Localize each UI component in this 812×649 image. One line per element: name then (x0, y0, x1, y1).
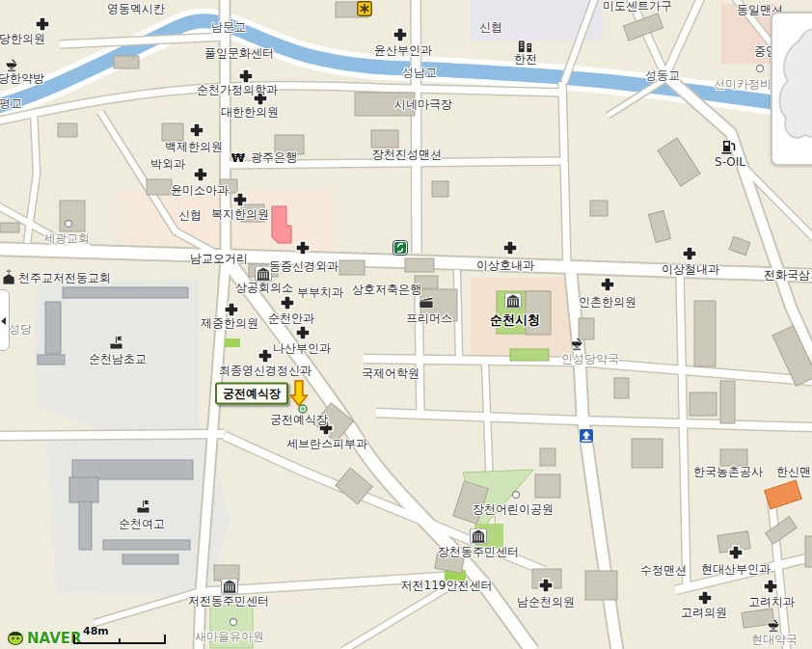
map-label: 성당 (9, 321, 32, 338)
overview-minimap[interactable] (771, 12, 812, 166)
map-label: 시네마극장 (394, 96, 452, 113)
map-label: 선미카정비 (714, 76, 771, 93)
map-label: 현대약국 (751, 632, 798, 648)
map-label: 현대산부인과 (701, 561, 771, 578)
map-labels-layer: 영동멕시칸남문교초당한의원초당한약방평교풀잎문화센터순천가정의학과대한한의원윤산… (0, 0, 812, 649)
map-label: 전화국삼거리 (764, 267, 812, 284)
map-label: 고려치과 (748, 594, 795, 610)
map-label: 제중한의원 (201, 315, 258, 332)
map-label: 윤미소아과 (171, 182, 229, 199)
map-label: 인성당약국 (561, 351, 619, 367)
map-label: 상호저축은행 (352, 282, 421, 298)
map-viewport[interactable]: ₩ 영동멕시칸남문교초당한의원초당한약방평교풀잎문화센터순천가정의학과대한한의원… (0, 0, 812, 649)
map-label: 순천가정의학과 (197, 82, 278, 98)
minimap-korea-shape (779, 29, 812, 137)
map-label: 최종영신경정신과 (219, 363, 311, 379)
map-label: 초당한의원 (0, 31, 45, 47)
map-label: 박외과 (150, 156, 185, 173)
map-label: 장천동주민센터 (438, 544, 519, 560)
naver-mascot-icon (6, 627, 25, 649)
map-label: 저전동주민센터 (188, 593, 269, 609)
map-label: S-OIL (715, 155, 745, 169)
map-label: 백제한의원 (165, 139, 223, 155)
map-label: 한국농촌공사 (693, 464, 763, 480)
map-label: 신협 (178, 207, 202, 224)
map-label: 미도센트가구 (603, 0, 672, 14)
map-label: 남문교 (211, 19, 246, 36)
map-label: 세광교회 (43, 230, 90, 247)
map-label: 순천남초교 (89, 351, 147, 367)
map-label: 복지한의원 (211, 206, 269, 223)
map-label: 한신맨션 (776, 464, 812, 480)
map-label: 나산부인과 (273, 340, 331, 357)
map-label: 상공회의소 (235, 280, 293, 296)
map-label: 평교 (0, 95, 22, 112)
scale-bar-icon (73, 634, 168, 645)
map-label: 영동멕시칸 (107, 1, 165, 17)
map-label: 궁전예식장 (270, 412, 328, 428)
map-label: 새마을유아원 (195, 629, 264, 645)
map-label: 순천여고 (119, 516, 165, 532)
search-result-label[interactable]: 궁전예식장 (215, 383, 288, 405)
map-label: 순천시청 (490, 311, 540, 329)
balloon-arrow-icon (1, 317, 6, 325)
map-label: 초당한약방 (0, 70, 44, 87)
map-label: 세브란스피부과 (286, 436, 367, 452)
clipped-label-balloon (0, 289, 10, 351)
naver-logo[interactable]: NAVER (6, 627, 82, 649)
map-label: 수정맨션 (640, 562, 687, 579)
map-label: 한전 (514, 51, 537, 68)
map-label: 부부치과 (297, 284, 343, 301)
map-label: 순천안과 (268, 311, 314, 327)
map-label: 국제어학원 (362, 365, 420, 382)
map-label: 신협 (479, 19, 502, 36)
map-label: 이상호내과 (476, 257, 534, 274)
search-result-arrow-marker[interactable] (288, 380, 310, 407)
map-label: 광주은행 (251, 149, 297, 166)
map-label: 고려의원 (681, 605, 727, 621)
map-label: 성동교 (645, 68, 680, 84)
map-label: 풀잎문화센터 (204, 45, 274, 62)
map-label: 이상철내과 (662, 261, 719, 278)
map-label: 장천어린이공원 (473, 501, 554, 518)
map-label: 남교오거리 (190, 251, 248, 267)
map-label: 천주교저전동교회 (18, 270, 111, 286)
map-label: 프리머스 (406, 311, 452, 327)
map-label: 동증신경외과 (269, 258, 338, 275)
map-label: 인촌한의원 (579, 294, 636, 311)
map-label: 대한한의원 (221, 104, 279, 121)
map-label: 성남교 (402, 65, 437, 81)
map-label: 남순천의원 (517, 594, 575, 610)
map-label: 윤산부인과 (374, 42, 432, 59)
map-label: 저전119안전센터 (401, 578, 493, 594)
map-label: 장천진성맨션 (372, 147, 442, 163)
